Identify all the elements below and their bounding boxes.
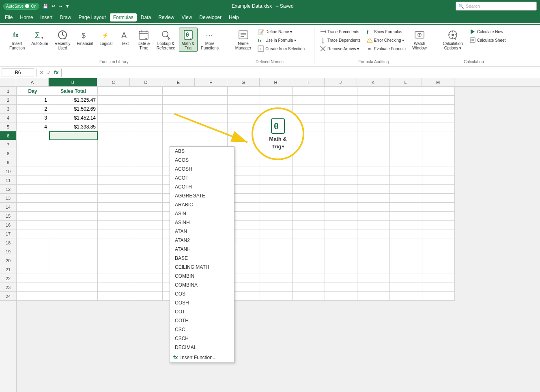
cell-l1[interactable] — [390, 87, 422, 96]
row-num-5[interactable]: 5 — [0, 122, 16, 131]
col-header-l[interactable]: L — [389, 78, 422, 86]
cell-l22[interactable] — [390, 274, 422, 283]
cell-l5[interactable] — [390, 122, 422, 131]
cell-b11[interactable] — [49, 176, 98, 185]
cell-a21[interactable] — [17, 265, 49, 274]
cell-m13[interactable] — [422, 194, 455, 203]
cell-b15[interactable] — [49, 212, 98, 221]
col-header-a[interactable]: A — [16, 78, 49, 86]
menu-insert[interactable]: Insert — [37, 13, 56, 21]
cell-l15[interactable] — [390, 212, 422, 221]
row-num-16[interactable]: 16 — [0, 221, 16, 229]
cell-m21[interactable] — [422, 265, 455, 274]
cell-j7[interactable] — [325, 140, 357, 149]
cell-d9[interactable] — [130, 158, 163, 167]
col-header-m[interactable]: M — [422, 78, 454, 86]
cell-a11[interactable] — [17, 176, 49, 185]
cell-l13[interactable] — [390, 194, 422, 203]
cell-d2[interactable] — [130, 96, 163, 105]
cell-i21[interactable] — [293, 265, 325, 274]
cell-k2[interactable] — [357, 96, 390, 105]
cell-a13[interactable] — [17, 194, 49, 203]
cell-i18[interactable] — [293, 238, 325, 247]
cell-a2[interactable]: 1 — [17, 96, 49, 105]
cell-h9[interactable] — [260, 158, 293, 167]
cell-c13[interactable] — [98, 194, 130, 203]
cell-k8[interactable] — [357, 149, 390, 158]
cell-f2[interactable] — [195, 96, 228, 105]
save-icon[interactable]: 💾 — [43, 4, 48, 9]
cell-c16[interactable] — [98, 221, 130, 229]
cell-j17[interactable] — [325, 229, 357, 238]
cell-d6[interactable] — [130, 131, 163, 140]
cell-h11[interactable] — [260, 176, 293, 185]
cell-k3[interactable] — [357, 105, 390, 114]
cell-k5[interactable] — [357, 122, 390, 131]
cell-c9[interactable] — [98, 158, 130, 167]
dropdown-item-decimal[interactable]: DECIMAL — [170, 343, 234, 352]
cell-k10[interactable] — [357, 167, 390, 176]
cell-a5[interactable]: 4 — [17, 122, 49, 131]
col-header-e[interactable]: E — [162, 78, 195, 86]
cell-m9[interactable] — [422, 158, 455, 167]
cell-i5[interactable] — [293, 122, 325, 131]
menu-home[interactable]: Home — [17, 13, 36, 21]
autosave-toggle[interactable]: AutoSave On — [3, 3, 39, 10]
cell-e1[interactable] — [163, 87, 195, 96]
dropdown-item-asin[interactable]: ASIN — [170, 209, 234, 218]
col-header-f[interactable]: F — [195, 78, 227, 86]
quick-access-more[interactable]: ▼ — [65, 4, 70, 9]
trace-dependents-btn[interactable]: Trace Dependents — [318, 36, 363, 44]
cell-i24[interactable] — [293, 292, 325, 301]
cell-m15[interactable] — [422, 212, 455, 221]
create-from-selection-btn[interactable]: + Create from Selection — [256, 45, 307, 53]
cell-m24[interactable] — [422, 292, 455, 301]
cell-h12[interactable] — [260, 185, 293, 194]
cell-c14[interactable] — [98, 203, 130, 212]
menu-developer[interactable]: Developer — [196, 13, 225, 21]
cell-j21[interactable] — [325, 265, 357, 274]
cell-k16[interactable] — [357, 221, 390, 229]
insert-function-footer[interactable]: fx Insert Function... — [170, 352, 234, 362]
cell-m7[interactable] — [422, 140, 455, 149]
search-bar[interactable]: 🔍 Search — [456, 2, 537, 11]
cell-d19[interactable] — [130, 247, 163, 256]
cell-h17[interactable] — [260, 229, 293, 238]
insert-function-formula-icon[interactable]: fx — [54, 69, 59, 75]
cell-b14[interactable] — [49, 203, 98, 212]
cell-m23[interactable] — [422, 283, 455, 292]
cell-a12[interactable] — [17, 185, 49, 194]
dropdown-item-acot[interactable]: ACOT — [170, 174, 234, 182]
cell-a7[interactable] — [17, 140, 49, 149]
cell-l2[interactable] — [390, 96, 422, 105]
redo-icon[interactable]: ↪ — [58, 4, 62, 9]
cell-c22[interactable] — [98, 274, 130, 283]
dropdown-item-base[interactable]: BASE — [170, 254, 234, 263]
cell-b17[interactable] — [49, 229, 98, 238]
math-trig-btn[interactable]: θ ▾ Math &Trig — [179, 28, 198, 52]
cell-j18[interactable] — [325, 238, 357, 247]
calc-now-btn[interactable]: Calculate Now — [467, 28, 508, 36]
cell-k6[interactable] — [357, 131, 390, 140]
cell-b1[interactable]: Sales Total — [49, 87, 98, 96]
cell-c7[interactable] — [98, 140, 130, 149]
cell-c10[interactable] — [98, 167, 130, 176]
cell-d14[interactable] — [130, 203, 163, 212]
cell-e6[interactable] — [163, 131, 195, 140]
cell-a24[interactable] — [17, 292, 49, 301]
dropdown-item-aggregate[interactable]: AGGREGATE — [170, 191, 234, 200]
cell-b5[interactable]: $1,398.85 — [49, 122, 98, 131]
more-functions-btn[interactable]: ⋯ MoreFunctions — [198, 28, 222, 52]
cell-m8[interactable] — [422, 149, 455, 158]
cell-f4[interactable] — [195, 114, 228, 122]
cell-k1[interactable] — [357, 87, 390, 96]
text-btn[interactable]: A Text — [116, 28, 134, 47]
dropdown-item-combina[interactable]: COMBINA — [170, 281, 234, 289]
cell-h19[interactable] — [260, 247, 293, 256]
cell-h23[interactable] — [260, 283, 293, 292]
cell-d4[interactable] — [130, 114, 163, 122]
cell-l14[interactable] — [390, 203, 422, 212]
cell-m4[interactable] — [422, 114, 455, 122]
cell-j19[interactable] — [325, 247, 357, 256]
row-num-11[interactable]: 11 — [0, 176, 16, 185]
